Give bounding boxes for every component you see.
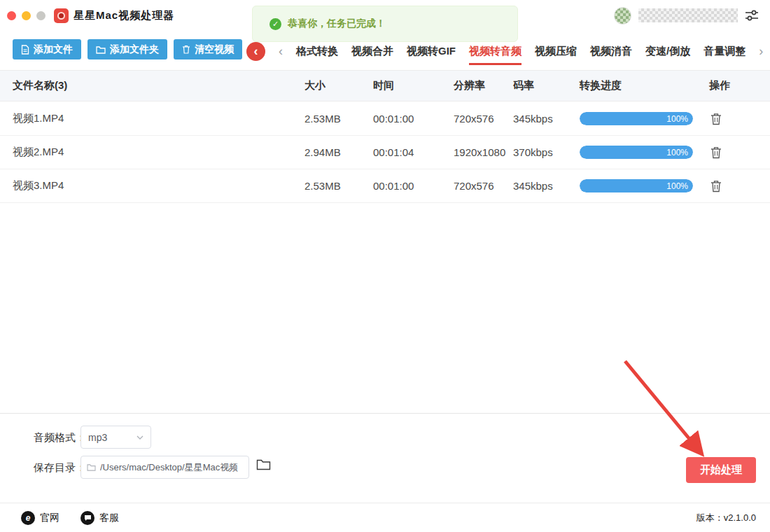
file-size: 2.94MB — [304, 146, 373, 158]
version-text: 版本：v2.1.0.0 — [696, 512, 756, 524]
browse-folder-button[interactable] — [256, 458, 271, 470]
file-resolution: 720x576 — [454, 180, 513, 192]
start-processing-button[interactable]: 开始处理 — [686, 457, 756, 483]
save-dir-value: /Users/mac/Desktop/星星Mac视频 — [100, 461, 238, 474]
tab-video-to-gif[interactable]: 视频转GIF — [407, 45, 456, 58]
titlebar-right — [614, 0, 759, 31]
table-row[interactable]: 视频3.MP4 2.53MB 00:01:00 720x576 345kbps … — [0, 169, 770, 203]
customer-service-label: 客服 — [99, 512, 119, 524]
file-resolution: 1920x1080 — [454, 146, 513, 158]
audio-format-label: 音频格式： — [34, 431, 86, 444]
clear-videos-label: 清空视频 — [195, 43, 234, 56]
folder-icon — [87, 463, 96, 471]
progress-value: 100% — [580, 112, 693, 125]
file-resolution: 720x576 — [454, 113, 513, 125]
official-site-link[interactable]: e 官网 — [21, 511, 59, 525]
add-file-button[interactable]: 添加文件 — [13, 39, 81, 59]
add-file-label: 添加文件 — [34, 43, 73, 56]
progress-value: 100% — [580, 146, 693, 159]
table-row[interactable]: 视频2.MP4 2.94MB 00:01:04 1920x1080 370kbp… — [0, 136, 770, 169]
file-duration: 00:01:00 — [373, 113, 454, 125]
file-size: 2.53MB — [304, 113, 373, 125]
col-name: 文件名称(3) — [13, 79, 304, 92]
tab-video-compress[interactable]: 视频压缩 — [535, 45, 577, 58]
tab-video-to-audio[interactable]: 视频转音频 — [469, 45, 522, 58]
app-title: 星星Mac视频处理器 — [74, 9, 174, 22]
save-dir-input[interactable]: /Users/mac/Desktop/星星Mac视频 — [80, 456, 249, 479]
file-size: 2.53MB — [304, 180, 373, 192]
progress-bar: 100% — [580, 112, 693, 125]
trash-icon — [182, 45, 190, 54]
trash-icon — [710, 113, 722, 125]
close-window-icon[interactable] — [7, 11, 16, 20]
save-dir-label: 保存目录： — [34, 461, 86, 475]
col-bitrate: 码率 — [513, 79, 580, 92]
audio-format-select[interactable]: mp3 — [80, 426, 151, 449]
trash-icon — [710, 180, 722, 192]
success-check-icon: ✓ — [270, 18, 281, 30]
tab-format-convert[interactable]: 格式转换 — [296, 45, 338, 58]
file-bitrate: 345kbps — [513, 180, 580, 192]
settings-button[interactable] — [745, 9, 759, 22]
tab-video-mute[interactable]: 视频消音 — [590, 45, 632, 58]
folder-icon — [96, 46, 106, 54]
add-folder-label: 添加文件夹 — [110, 43, 159, 56]
trash-icon — [710, 146, 722, 159]
col-progress: 转换进度 — [580, 79, 709, 92]
output-settings-panel: 音频格式： mp3 保存目录： /Users/mac/Desktop/星星Mac… — [0, 413, 770, 503]
official-site-icon: e — [21, 511, 35, 525]
file-icon — [21, 45, 29, 55]
back-button[interactable]: ‹ — [246, 42, 265, 61]
window-controls — [7, 11, 46, 20]
file-toolbar: 添加文件 添加文件夹 清空视频 — [13, 39, 242, 59]
file-bitrate: 345kbps — [513, 113, 580, 125]
tab-volume-adjust[interactable]: 音量调整 — [704, 45, 746, 58]
tune-icon — [745, 9, 759, 22]
user-avatar[interactable] — [614, 7, 631, 24]
footer: e 官网 客服 版本：v2.1.0.0 — [0, 503, 770, 532]
zoom-window-icon[interactable] — [36, 11, 46, 20]
tab-video-merge[interactable]: 视频合并 — [351, 45, 393, 58]
col-time: 时间 — [373, 79, 454, 92]
file-duration: 00:01:00 — [373, 180, 454, 192]
tabs-scroll-left-icon[interactable]: ‹ — [279, 45, 283, 57]
table-header: 文件名称(3) 大小 时间 分辨率 码率 转换进度 操作 — [0, 70, 770, 102]
username-redacted — [638, 8, 738, 22]
file-bitrate: 370kbps — [513, 146, 580, 158]
delete-row-button[interactable] — [709, 111, 770, 127]
tab-speed-reverse[interactable]: 变速/倒放 — [645, 45, 690, 58]
delete-row-button[interactable] — [709, 178, 770, 194]
minimize-window-icon[interactable] — [22, 11, 31, 20]
file-name: 视频2.MP4 — [13, 146, 304, 159]
clear-videos-button[interactable]: 清空视频 — [174, 39, 242, 59]
file-duration: 00:01:04 — [373, 146, 454, 158]
toast-message: 恭喜你，任务已完成！ — [288, 18, 386, 30]
audio-format-value: mp3 — [88, 432, 107, 443]
file-name: 视频3.MP4 — [13, 179, 304, 192]
col-action: 操作 — [709, 79, 770, 92]
folder-open-icon — [256, 458, 271, 470]
success-toast: ✓ 恭喜你，任务已完成！ — [252, 6, 518, 42]
add-folder-button[interactable]: 添加文件夹 — [88, 39, 167, 59]
col-size: 大小 — [304, 79, 373, 92]
col-resolution: 分辨率 — [454, 79, 513, 92]
file-name: 视频1.MP4 — [13, 112, 304, 125]
official-site-label: 官网 — [40, 512, 59, 524]
app-window: 星星Mac视频处理器 ✓ 恭喜你，任务已完成！ — [0, 0, 770, 532]
delete-row-button[interactable] — [709, 145, 770, 160]
progress-bar: 100% — [580, 179, 693, 192]
progress-bar: 100% — [580, 146, 693, 159]
chevron-down-icon — [136, 435, 144, 440]
chat-bubble-icon — [80, 511, 94, 525]
table-row[interactable]: 视频1.MP4 2.53MB 00:01:00 720x576 345kbps … — [0, 102, 770, 136]
app-logo-icon — [54, 8, 69, 23]
feature-tabs: ‹ ‹ 格式转换 视频合并 视频转GIF 视频转音频 视频压缩 视频消音 变速/… — [246, 39, 763, 63]
tabs-scroll-right-icon[interactable]: › — [759, 45, 763, 57]
customer-service-link[interactable]: 客服 — [80, 511, 119, 525]
progress-value: 100% — [580, 179, 693, 192]
